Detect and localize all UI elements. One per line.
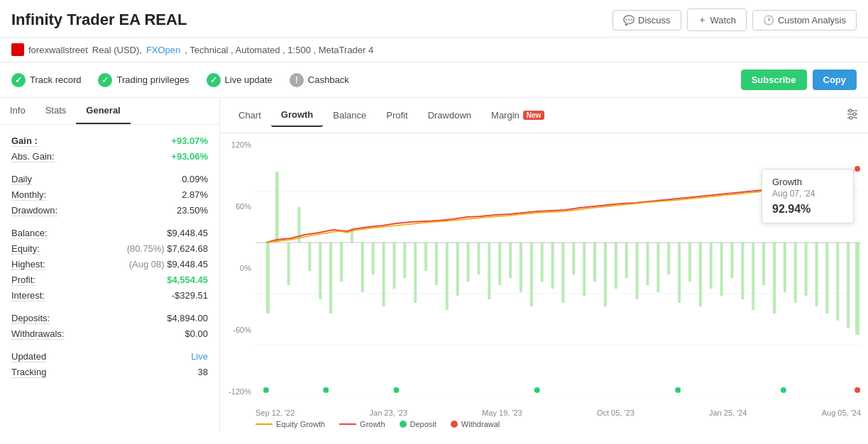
- svg-rect-65: [815, 243, 818, 306]
- svg-rect-61: [773, 243, 776, 313]
- svg-rect-18: [319, 243, 322, 299]
- chart-tab-growth[interactable]: Growth: [271, 104, 324, 127]
- chart-tab-profit[interactable]: Profit: [376, 104, 417, 126]
- drawdown-value: 23.50%: [177, 205, 208, 216]
- tab-info[interactable]: Info: [0, 98, 35, 124]
- info-tabs: Info Stats General: [0, 98, 219, 125]
- svg-rect-49: [646, 243, 649, 285]
- x-label-0: Sep 12, '22: [256, 409, 295, 417]
- plus-icon: ＋: [698, 13, 707, 26]
- svg-rect-17: [308, 243, 311, 271]
- chart-tooltip: Growth Aug 07, '24 92.94%: [762, 169, 854, 223]
- tooltip-value: 92.94%: [772, 203, 843, 216]
- svg-rect-30: [446, 243, 449, 310]
- x-label-3: Oct 05, '23: [597, 409, 634, 417]
- gain-row: Gain : +93.07%: [11, 133, 208, 149]
- growth-line: [339, 423, 356, 425]
- withdrawals-label: Withdrawals:: [11, 328, 64, 340]
- cashback-badge: ! Cashback: [290, 73, 349, 87]
- svg-point-71: [263, 387, 269, 393]
- svg-rect-64: [805, 243, 808, 296]
- svg-rect-47: [625, 243, 628, 278]
- balance-label: Balance:: [11, 228, 48, 239]
- chart-tab-drawdown[interactable]: Drawdown: [418, 104, 481, 126]
- y-axis-labels: 120% 60% 0% -60% -120%: [220, 140, 254, 396]
- svg-rect-23: [372, 243, 375, 274]
- highest-value: (Aug 08) $9,448.45: [129, 259, 208, 270]
- gain-label: Gain :: [11, 135, 38, 147]
- svg-rect-68: [847, 243, 850, 328]
- tab-stats[interactable]: Stats: [35, 98, 77, 124]
- discuss-icon: 💬: [623, 15, 634, 26]
- right-panel: Chart Growth Balance Profit Drawdown Mar…: [220, 98, 868, 431]
- deposit-dot: [400, 421, 407, 428]
- svg-rect-39: [541, 243, 544, 282]
- legend-deposit: Deposit: [400, 420, 436, 428]
- drawdown-label: Drawdown:: [11, 205, 57, 216]
- subscribe-button[interactable]: Subscribe: [741, 70, 807, 90]
- equity-pct: (80.75%): [127, 243, 165, 254]
- svg-rect-46: [615, 243, 617, 289]
- svg-rect-32: [467, 243, 470, 282]
- svg-rect-51: [667, 243, 670, 274]
- x-label-2: May 19, '23: [482, 409, 522, 417]
- live-update-badge: ✓ Live update: [207, 73, 273, 87]
- tooltip-date: Aug 07, '24: [772, 189, 843, 199]
- svg-rect-22: [361, 243, 364, 292]
- brand-icon: [11, 43, 24, 56]
- tracking-value: 38: [198, 367, 208, 377]
- custom-analysis-button[interactable]: 🕐 Custom Analysis: [752, 10, 857, 30]
- chart-tab-margin[interactable]: Margin New: [481, 104, 554, 126]
- balance-row: Balance: $9,448.45: [11, 226, 208, 241]
- info-table: Gain : +93.07% Abs. Gain: +93.06% Daily …: [0, 125, 219, 389]
- badges-row: ✓ Track record ✓ Trading privileges ✓ Li…: [0, 62, 868, 98]
- tracking-row: Tracking 38: [11, 365, 208, 380]
- chart-tabs: Chart Growth Balance Profit Drawdown Mar…: [220, 98, 868, 133]
- svg-rect-66: [825, 243, 828, 313]
- svg-rect-57: [731, 243, 734, 278]
- y-label-0: 0%: [240, 264, 251, 272]
- svg-rect-67: [836, 243, 839, 321]
- equity-label: Equity:: [11, 243, 40, 255]
- svg-rect-35: [498, 243, 501, 285]
- interest-label: Interest:: [11, 290, 45, 301]
- svg-rect-55: [710, 243, 713, 289]
- page-header: Infinity Trader EA REAL 💬 Discuss ＋ Watc…: [0, 0, 868, 38]
- svg-rect-52: [678, 243, 681, 303]
- updated-label: Updated: [11, 351, 46, 362]
- svg-rect-50: [657, 243, 659, 292]
- x-label-1: Jan 23, '23: [370, 409, 407, 417]
- highest-date: (Aug 08): [129, 259, 165, 270]
- updated-value: Live: [191, 351, 208, 362]
- watch-button[interactable]: ＋ Watch: [687, 9, 747, 31]
- new-badge: New: [523, 111, 545, 120]
- monthly-row: Monthly: 2.87%: [11, 187, 208, 203]
- check-icon-trading: ✓: [98, 73, 112, 87]
- x-label-4: Jan 25, '24: [709, 409, 747, 417]
- svg-point-5: [850, 116, 852, 119]
- tab-general[interactable]: General: [76, 98, 130, 124]
- chart-legend: Equity Growth Growth Deposit Withdrawal: [256, 420, 861, 428]
- svg-rect-69: [855, 243, 859, 335]
- discuss-button[interactable]: 💬 Discuss: [612, 10, 681, 30]
- withdrawal-dot: [451, 421, 458, 428]
- chart-tab-chart[interactable]: Chart: [229, 104, 271, 126]
- copy-button[interactable]: Copy: [813, 70, 857, 90]
- brand-link[interactable]: forexwallstreet: [28, 45, 88, 55]
- highest-label: Highest:: [11, 259, 45, 270]
- daily-row: Daily 0.09%: [11, 172, 208, 187]
- check-icon-live: ✓: [207, 73, 221, 87]
- warn-icon-cashback: !: [290, 73, 304, 87]
- chart-tab-balance[interactable]: Balance: [323, 104, 376, 126]
- svg-rect-40: [551, 243, 554, 289]
- updated-row: Updated Live: [11, 349, 208, 365]
- tracking-label: Tracking: [11, 367, 46, 378]
- svg-point-3: [849, 109, 852, 112]
- svg-rect-33: [477, 243, 480, 274]
- broker-link[interactable]: FXOpen: [146, 45, 180, 55]
- y-label-neg120: -120%: [229, 387, 251, 396]
- svg-rect-53: [688, 243, 691, 282]
- chart-settings-icon[interactable]: [845, 107, 859, 123]
- svg-rect-20: [340, 243, 343, 282]
- svg-rect-44: [593, 243, 596, 282]
